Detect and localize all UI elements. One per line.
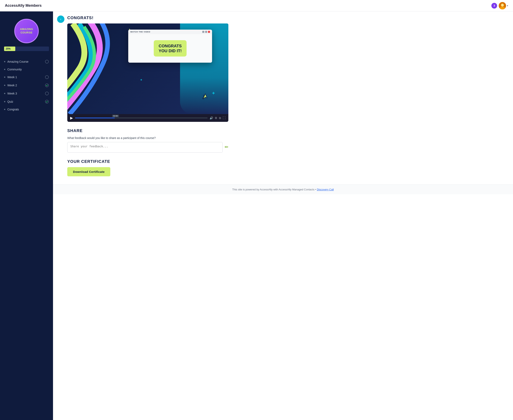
sidebar-item-label: Week 1 [7, 75, 43, 79]
browser-controls [202, 31, 210, 33]
maximize-icon [205, 31, 207, 33]
video-progress-played [75, 118, 115, 118]
notification-badge[interactable]: 3 [491, 3, 497, 8]
sidebar-item-label: Week 3 [7, 92, 43, 95]
play-button[interactable]: ▶ [70, 116, 73, 120]
progress-bar-container: 25% [4, 46, 49, 51]
content-inner: CONGRATS! [53, 11, 236, 185]
congrats-text-line1: CONGRATS [159, 44, 182, 48]
progress-label: 25% [6, 47, 11, 50]
nav-dot-icon [4, 61, 5, 62]
sidebar-item-week2[interactable]: Week 2 [0, 81, 53, 89]
video-progress-track[interactable] [75, 118, 208, 118]
svg-point-4 [45, 75, 49, 79]
sidebar-nav: Amazing Course Community Week 1 [0, 58, 53, 113]
course-circle: AMAZING COURSE [14, 19, 39, 43]
sidebar: AMAZING COURSE 25% Amazing Course [0, 11, 53, 420]
congrats-text-line2: YOU DID IT! [159, 48, 182, 53]
congrats-box: CONGRATS YOU DID IT! [154, 40, 187, 57]
nav-dot-icon [4, 101, 5, 102]
sidebar-item-label: Congrats [7, 108, 49, 111]
video-controls: ▶ 02:00 🔊 ⚙ ⧉ ⛶ [67, 114, 228, 122]
sidebar-item-community[interactable]: Community [0, 66, 53, 73]
share-section: SHARE What feedback would you like to sh… [67, 128, 228, 153]
volume-icon[interactable]: 🔊 [210, 116, 213, 120]
cursor-pointer-icon [201, 93, 209, 101]
sparkle-icon: ✦ [212, 90, 215, 96]
certificate-heading: YOUR CERTIFICATE [67, 159, 228, 164]
svg-point-3 [45, 60, 49, 63]
share-heading: SHARE [67, 128, 228, 133]
browser-title: WATCH THE VIDEO [130, 31, 150, 33]
course-circle-text: AMAZING COURSE [15, 28, 38, 35]
sidebar-logo-area: AMAZING COURSE 25% [0, 15, 53, 56]
nav-check-icon [45, 83, 49, 87]
footer-text: This site is powered by AccessAlly with … [232, 188, 317, 191]
feedback-row: ✏ [67, 142, 228, 153]
browser-bar: WATCH THE VIDEO [128, 30, 212, 34]
back-button[interactable]: ‹ [57, 15, 65, 23]
download-certificate-button[interactable]: Download Certificate [67, 167, 110, 176]
sidebar-item-quiz[interactable]: Quiz [0, 98, 53, 106]
nav-circle-icon [45, 75, 49, 79]
video-timestamp: 02:00 [112, 115, 119, 117]
nav-check-icon [45, 100, 49, 104]
fullscreen-icon[interactable]: ⛶ [223, 116, 226, 120]
svg-point-7 [45, 100, 49, 103]
certificate-section: YOUR CERTIFICATE Download Certificate [67, 159, 228, 176]
feedback-input[interactable] [67, 142, 223, 153]
sidebar-item-label: Week 2 [7, 84, 43, 87]
svg-point-1 [501, 4, 504, 7]
avatar[interactable] [499, 2, 506, 9]
avatar-dropdown[interactable]: ▾ [499, 2, 508, 9]
close-icon [208, 31, 210, 33]
video-ctrl-icons: 🔊 ⚙ ⧉ ⛶ [210, 116, 226, 120]
sparkle-icon: ✦ [140, 78, 143, 82]
browser-content: CONGRATS YOU DID IT! [128, 34, 212, 63]
sidebar-item-label: Community [7, 68, 49, 71]
nav-dot-icon [4, 69, 5, 70]
svg-point-6 [45, 92, 49, 95]
svg-point-5 [45, 84, 49, 87]
sidebar-item-congrats[interactable]: Congrats [0, 106, 53, 113]
nav-circle-icon [45, 91, 49, 96]
nav-dot-icon [4, 93, 5, 94]
discovery-call-link[interactable]: Discovery Call [317, 188, 334, 191]
progress-track-container[interactable]: 02:00 [75, 118, 208, 118]
nav-dot-icon [4, 76, 5, 78]
sidebar-item-week3[interactable]: Week 3 [0, 89, 53, 98]
main-layout: AMAZING COURSE 25% Amazing Course [0, 11, 513, 420]
nav-dot-icon [4, 85, 5, 86]
minimize-icon [202, 31, 204, 33]
nav-dot-icon [4, 109, 5, 110]
footer: This site is powered by AccessAlly with … [53, 185, 513, 194]
pip-icon[interactable]: ⧉ [219, 116, 221, 120]
video-container: ✦ ✦ ✦ ✦ ✦ WATCH THE VIDEO [67, 23, 228, 122]
sidebar-item-week1[interactable]: Week 1 [0, 73, 53, 81]
congrats-heading: CONGRATS! [67, 15, 228, 20]
content-area: ‹ CONGRATS! [53, 11, 513, 420]
header-right: 3 ▾ [491, 2, 508, 9]
edit-icon[interactable]: ✏ [225, 144, 228, 150]
chevron-down-icon: ▾ [507, 4, 508, 7]
settings-icon[interactable]: ⚙ [215, 116, 217, 120]
header: AccessAlly Members 3 ▾ [0, 0, 513, 11]
sidebar-item-amazing-course[interactable]: Amazing Course [0, 58, 53, 66]
header-logo: AccessAlly Members [5, 3, 42, 8]
video-thumbnail: ✦ ✦ ✦ ✦ ✦ WATCH THE VIDEO [67, 23, 228, 114]
sidebar-item-label: Quiz [7, 100, 43, 103]
share-question: What feedback would you like to share as… [67, 136, 228, 140]
sidebar-item-label: Amazing Course [7, 60, 43, 63]
nav-circle-icon [45, 60, 49, 64]
browser-window: WATCH THE VIDEO CONGRATS YOU DID IT! [128, 30, 212, 63]
